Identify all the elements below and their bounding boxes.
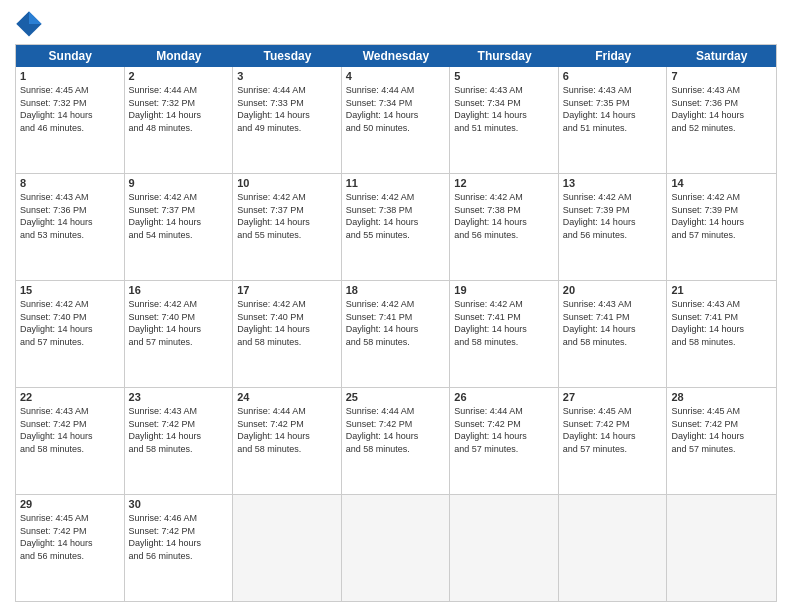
weekday-header-saturday: Saturday (667, 45, 776, 67)
day-cell-30: 30Sunrise: 4:46 AM Sunset: 7:42 PM Dayli… (125, 495, 234, 601)
day-number: 8 (20, 177, 120, 189)
calendar-row-5: 29Sunrise: 4:45 AM Sunset: 7:42 PM Dayli… (16, 495, 776, 601)
day-info: Sunrise: 4:42 AM Sunset: 7:41 PM Dayligh… (454, 298, 554, 348)
day-info: Sunrise: 4:42 AM Sunset: 7:40 PM Dayligh… (20, 298, 120, 348)
day-number: 21 (671, 284, 772, 296)
day-cell-4: 4Sunrise: 4:44 AM Sunset: 7:34 PM Daylig… (342, 67, 451, 173)
day-cell-1: 1Sunrise: 4:45 AM Sunset: 7:32 PM Daylig… (16, 67, 125, 173)
day-number: 13 (563, 177, 663, 189)
empty-cell (667, 495, 776, 601)
day-cell-15: 15Sunrise: 4:42 AM Sunset: 7:40 PM Dayli… (16, 281, 125, 387)
day-info: Sunrise: 4:43 AM Sunset: 7:36 PM Dayligh… (20, 191, 120, 241)
day-info: Sunrise: 4:44 AM Sunset: 7:42 PM Dayligh… (346, 405, 446, 455)
day-info: Sunrise: 4:44 AM Sunset: 7:34 PM Dayligh… (346, 84, 446, 134)
day-number: 29 (20, 498, 120, 510)
day-info: Sunrise: 4:42 AM Sunset: 7:38 PM Dayligh… (454, 191, 554, 241)
day-cell-6: 6Sunrise: 4:43 AM Sunset: 7:35 PM Daylig… (559, 67, 668, 173)
empty-cell (233, 495, 342, 601)
calendar-row-4: 22Sunrise: 4:43 AM Sunset: 7:42 PM Dayli… (16, 388, 776, 495)
calendar-body: 1Sunrise: 4:45 AM Sunset: 7:32 PM Daylig… (16, 67, 776, 601)
svg-marker-2 (16, 11, 29, 24)
weekday-header-sunday: Sunday (16, 45, 125, 67)
day-cell-11: 11Sunrise: 4:42 AM Sunset: 7:38 PM Dayli… (342, 174, 451, 280)
day-number: 15 (20, 284, 120, 296)
day-number: 18 (346, 284, 446, 296)
day-number: 24 (237, 391, 337, 403)
weekday-header-tuesday: Tuesday (233, 45, 342, 67)
day-info: Sunrise: 4:46 AM Sunset: 7:42 PM Dayligh… (129, 512, 229, 562)
day-cell-18: 18Sunrise: 4:42 AM Sunset: 7:41 PM Dayli… (342, 281, 451, 387)
day-info: Sunrise: 4:43 AM Sunset: 7:42 PM Dayligh… (20, 405, 120, 455)
day-number: 10 (237, 177, 337, 189)
day-info: Sunrise: 4:42 AM Sunset: 7:39 PM Dayligh… (563, 191, 663, 241)
day-number: 1 (20, 70, 120, 82)
weekday-header-thursday: Thursday (450, 45, 559, 67)
day-info: Sunrise: 4:44 AM Sunset: 7:42 PM Dayligh… (237, 405, 337, 455)
day-cell-23: 23Sunrise: 4:43 AM Sunset: 7:42 PM Dayli… (125, 388, 234, 494)
day-cell-14: 14Sunrise: 4:42 AM Sunset: 7:39 PM Dayli… (667, 174, 776, 280)
day-number: 7 (671, 70, 772, 82)
day-info: Sunrise: 4:42 AM Sunset: 7:40 PM Dayligh… (129, 298, 229, 348)
day-info: Sunrise: 4:43 AM Sunset: 7:41 PM Dayligh… (671, 298, 772, 348)
day-number: 20 (563, 284, 663, 296)
day-cell-2: 2Sunrise: 4:44 AM Sunset: 7:32 PM Daylig… (125, 67, 234, 173)
day-number: 27 (563, 391, 663, 403)
header (15, 10, 777, 38)
day-info: Sunrise: 4:43 AM Sunset: 7:34 PM Dayligh… (454, 84, 554, 134)
logo (15, 10, 47, 38)
svg-marker-1 (29, 11, 42, 24)
day-cell-16: 16Sunrise: 4:42 AM Sunset: 7:40 PM Dayli… (125, 281, 234, 387)
day-number: 5 (454, 70, 554, 82)
day-number: 22 (20, 391, 120, 403)
day-number: 23 (129, 391, 229, 403)
day-number: 26 (454, 391, 554, 403)
day-number: 19 (454, 284, 554, 296)
day-cell-5: 5Sunrise: 4:43 AM Sunset: 7:34 PM Daylig… (450, 67, 559, 173)
day-cell-17: 17Sunrise: 4:42 AM Sunset: 7:40 PM Dayli… (233, 281, 342, 387)
day-info: Sunrise: 4:42 AM Sunset: 7:39 PM Dayligh… (671, 191, 772, 241)
day-cell-19: 19Sunrise: 4:42 AM Sunset: 7:41 PM Dayli… (450, 281, 559, 387)
empty-cell (559, 495, 668, 601)
day-cell-28: 28Sunrise: 4:45 AM Sunset: 7:42 PM Dayli… (667, 388, 776, 494)
logo-icon (15, 10, 43, 38)
weekday-header-monday: Monday (125, 45, 234, 67)
day-number: 11 (346, 177, 446, 189)
day-cell-8: 8Sunrise: 4:43 AM Sunset: 7:36 PM Daylig… (16, 174, 125, 280)
day-info: Sunrise: 4:42 AM Sunset: 7:40 PM Dayligh… (237, 298, 337, 348)
day-cell-24: 24Sunrise: 4:44 AM Sunset: 7:42 PM Dayli… (233, 388, 342, 494)
calendar: SundayMondayTuesdayWednesdayThursdayFrid… (15, 44, 777, 602)
day-number: 16 (129, 284, 229, 296)
day-cell-26: 26Sunrise: 4:44 AM Sunset: 7:42 PM Dayli… (450, 388, 559, 494)
day-info: Sunrise: 4:42 AM Sunset: 7:37 PM Dayligh… (237, 191, 337, 241)
day-cell-7: 7Sunrise: 4:43 AM Sunset: 7:36 PM Daylig… (667, 67, 776, 173)
day-number: 14 (671, 177, 772, 189)
day-info: Sunrise: 4:45 AM Sunset: 7:42 PM Dayligh… (20, 512, 120, 562)
day-info: Sunrise: 4:45 AM Sunset: 7:42 PM Dayligh… (563, 405, 663, 455)
day-info: Sunrise: 4:42 AM Sunset: 7:41 PM Dayligh… (346, 298, 446, 348)
day-number: 25 (346, 391, 446, 403)
day-info: Sunrise: 4:43 AM Sunset: 7:41 PM Dayligh… (563, 298, 663, 348)
day-cell-9: 9Sunrise: 4:42 AM Sunset: 7:37 PM Daylig… (125, 174, 234, 280)
day-number: 2 (129, 70, 229, 82)
day-number: 28 (671, 391, 772, 403)
day-info: Sunrise: 4:44 AM Sunset: 7:42 PM Dayligh… (454, 405, 554, 455)
day-cell-12: 12Sunrise: 4:42 AM Sunset: 7:38 PM Dayli… (450, 174, 559, 280)
calendar-row-2: 8Sunrise: 4:43 AM Sunset: 7:36 PM Daylig… (16, 174, 776, 281)
day-info: Sunrise: 4:44 AM Sunset: 7:32 PM Dayligh… (129, 84, 229, 134)
day-info: Sunrise: 4:42 AM Sunset: 7:37 PM Dayligh… (129, 191, 229, 241)
day-number: 3 (237, 70, 337, 82)
day-number: 9 (129, 177, 229, 189)
empty-cell (450, 495, 559, 601)
day-cell-27: 27Sunrise: 4:45 AM Sunset: 7:42 PM Dayli… (559, 388, 668, 494)
day-cell-29: 29Sunrise: 4:45 AM Sunset: 7:42 PM Dayli… (16, 495, 125, 601)
calendar-row-1: 1Sunrise: 4:45 AM Sunset: 7:32 PM Daylig… (16, 67, 776, 174)
day-number: 17 (237, 284, 337, 296)
day-number: 30 (129, 498, 229, 510)
day-info: Sunrise: 4:44 AM Sunset: 7:33 PM Dayligh… (237, 84, 337, 134)
page: SundayMondayTuesdayWednesdayThursdayFrid… (0, 0, 792, 612)
day-number: 12 (454, 177, 554, 189)
day-number: 4 (346, 70, 446, 82)
day-info: Sunrise: 4:43 AM Sunset: 7:35 PM Dayligh… (563, 84, 663, 134)
weekday-header-wednesday: Wednesday (342, 45, 451, 67)
day-info: Sunrise: 4:43 AM Sunset: 7:42 PM Dayligh… (129, 405, 229, 455)
